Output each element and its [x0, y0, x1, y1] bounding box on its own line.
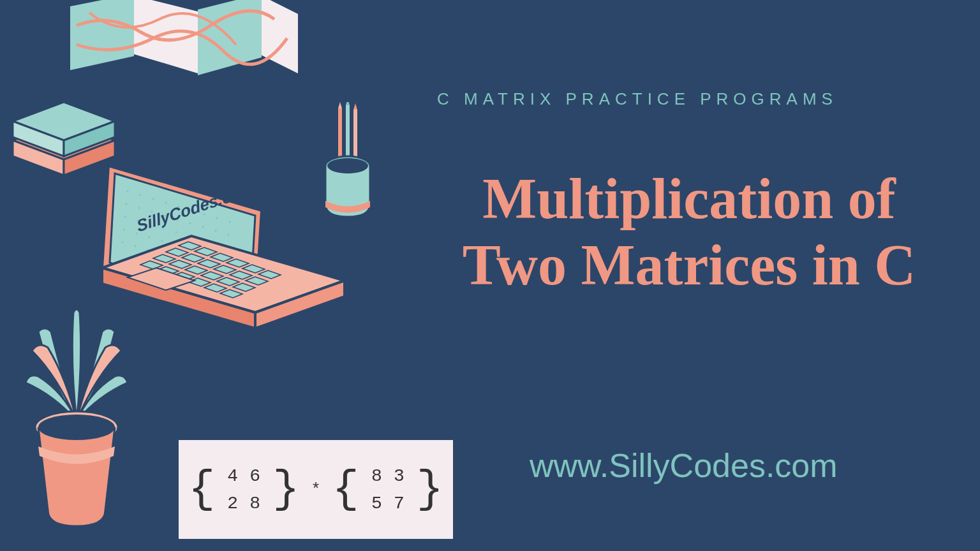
svg-point-34 — [202, 226, 204, 228]
matrix-b-21: 5 — [366, 494, 388, 513]
svg-marker-12 — [346, 102, 350, 105]
svg-point-28 — [126, 203, 128, 205]
matrix-b: { 83 57 } — [332, 462, 443, 517]
svg-point-19 — [127, 191, 129, 193]
matrix-a-12: 6 — [244, 466, 266, 486]
svg-point-35 — [215, 230, 217, 232]
svg-point-41 — [175, 231, 177, 233]
svg-point-22 — [165, 202, 167, 204]
title-line-2: Two Matrices in C — [434, 232, 944, 298]
matrix-a-21: 2 — [221, 494, 244, 513]
svg-point-27 — [229, 221, 231, 223]
main-title: Multiplication of Two Matrices in C — [434, 166, 944, 298]
matrix-b-11: 8 — [366, 466, 388, 486]
matrix-a-22: 8 — [244, 494, 266, 513]
svg-point-56 — [135, 246, 137, 247]
title-line-1: Multiplication of — [434, 166, 944, 232]
matrix-example: { 46 28 } * { 83 57 } — [179, 440, 453, 539]
multiply-operator: * — [311, 480, 321, 499]
svg-point-21 — [152, 198, 154, 200]
svg-marker-10 — [338, 102, 342, 108]
svg-point-48 — [149, 237, 151, 239]
svg-point-37 — [124, 216, 126, 218]
website-url: www.SillyCodes.com — [530, 446, 838, 485]
matrix-b-12: 3 — [388, 466, 410, 486]
subtitle: C MATRIX PRACTICE PROGRAMS — [437, 89, 838, 109]
svg-point-20 — [140, 195, 142, 196]
matrix-a: { 46 28 } — [188, 462, 299, 517]
matrix-a-11: 4 — [221, 466, 244, 486]
svg-point-93 — [38, 415, 115, 440]
svg-point-55 — [122, 242, 124, 244]
svg-point-49 — [161, 240, 163, 242]
svg-point-36 — [228, 234, 230, 236]
matrix-b-22: 7 — [388, 494, 410, 513]
svg-point-47 — [136, 233, 138, 235]
svg-point-29 — [138, 207, 140, 209]
plant-illustration — [13, 281, 140, 548]
svg-point-46 — [123, 229, 125, 231]
svg-marker-14 — [353, 103, 357, 110]
svg-point-33 — [189, 223, 191, 224]
svg-point-26 — [216, 217, 218, 219]
